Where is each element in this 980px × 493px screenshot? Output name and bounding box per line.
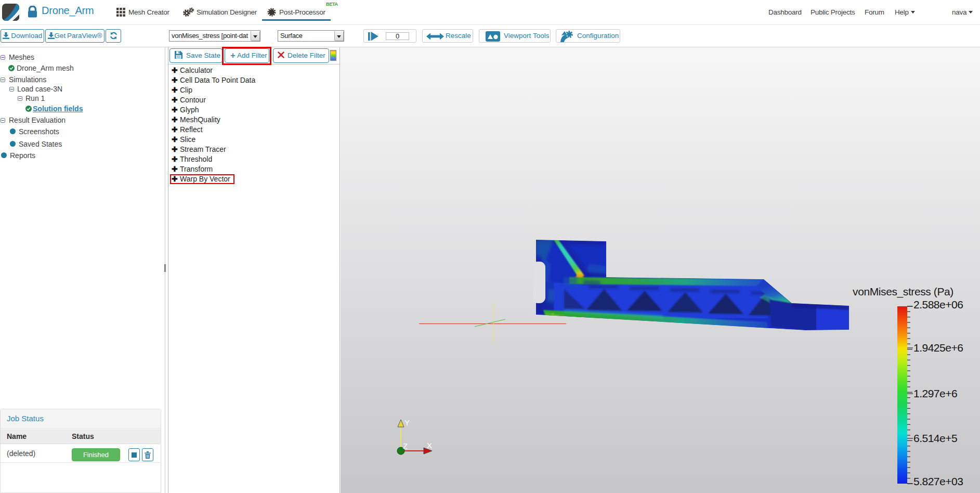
svg-text:X: X bbox=[427, 441, 432, 450]
svg-text:Z: Z bbox=[403, 442, 408, 450]
svg-text:Y: Y bbox=[404, 419, 410, 427]
